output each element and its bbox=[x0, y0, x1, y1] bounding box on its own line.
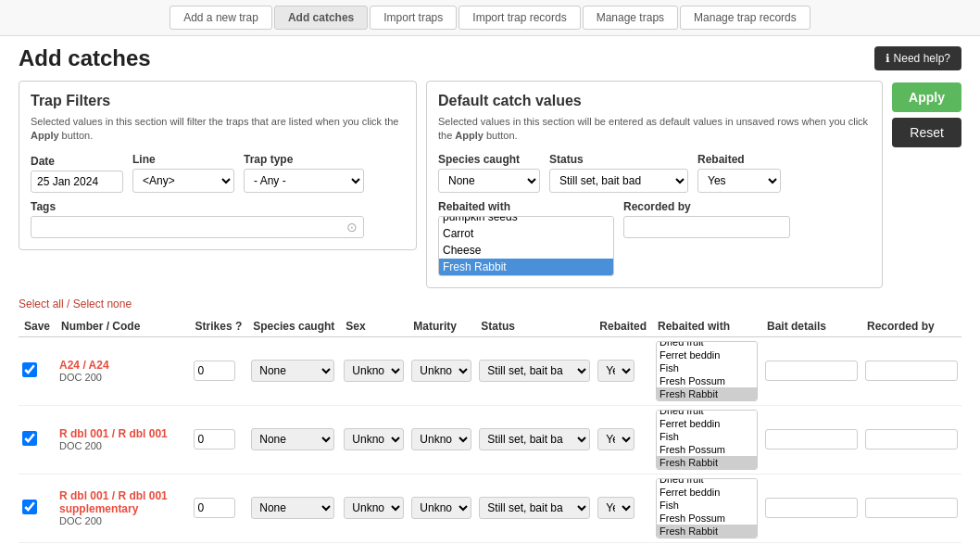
rebaited-with-row-option[interactable]: Fish bbox=[657, 499, 757, 512]
rebaited-with-row-option[interactable]: Fish bbox=[657, 430, 757, 443]
col-rebaited: Rebaited bbox=[594, 316, 652, 337]
rebaited-td-select[interactable]: Ye bbox=[597, 497, 634, 519]
tags-group: Tags ⊙ bbox=[31, 200, 405, 238]
rebaited-with-row-option[interactable]: Ferret beddin bbox=[657, 348, 757, 361]
species-caught-select[interactable]: None bbox=[438, 169, 540, 193]
trap-filters-panel: Trap Filters Selected values in this sec… bbox=[19, 81, 417, 250]
status-select[interactable]: Still set, bait ba bbox=[479, 360, 590, 382]
status-group: Status Still set, bait bad bbox=[549, 153, 688, 193]
apply-button[interactable]: Apply bbox=[892, 82, 961, 112]
rebaited-with-row-option[interactable]: Fresh Possum bbox=[657, 443, 757, 456]
rebaited-with-row-option[interactable]: Ferret beddin bbox=[657, 486, 757, 499]
sex-select[interactable]: Unknov bbox=[344, 360, 404, 382]
recorded-by-input[interactable] bbox=[623, 216, 790, 238]
date-label: Date bbox=[31, 155, 123, 168]
rebaited-with-row-option[interactable]: Fresh Possum bbox=[657, 512, 757, 525]
nav-item[interactable]: Import traps bbox=[370, 6, 457, 30]
nav-item[interactable]: Manage trap records bbox=[680, 6, 810, 30]
col-status: Status bbox=[475, 316, 594, 337]
need-help-label: Need help? bbox=[894, 52, 950, 65]
maturity-select[interactable]: Unknov bbox=[411, 360, 471, 382]
col-recorded-by: Recorded by bbox=[861, 316, 961, 337]
tags-input[interactable] bbox=[37, 221, 346, 234]
date-input[interactable] bbox=[31, 171, 123, 193]
col-save: Save bbox=[19, 316, 56, 337]
status-select[interactable]: Still set, bait ba bbox=[479, 497, 590, 519]
trap-sub: DOC 200 bbox=[59, 440, 186, 451]
maturity-select[interactable]: Unknov bbox=[411, 428, 471, 450]
filters-actions-row: Trap Filters Selected values in this sec… bbox=[19, 81, 961, 297]
line-select[interactable]: <Any> bbox=[132, 169, 234, 193]
strikes-input[interactable] bbox=[194, 429, 235, 449]
need-help-button[interactable]: ℹ Need help? bbox=[874, 46, 961, 70]
select-all-link[interactable]: Select all bbox=[19, 297, 64, 310]
nav-item[interactable]: Import trap records bbox=[459, 6, 580, 30]
rebaited-select[interactable]: Yes bbox=[697, 169, 781, 193]
rebaited-with-row-option[interactable]: Fresh Possum bbox=[657, 374, 757, 387]
top-navigation: Add a new trapAdd catchesImport trapsImp… bbox=[0, 0, 980, 36]
maturity-select[interactable]: Unknov bbox=[411, 497, 471, 519]
rebaited-with-row-option[interactable]: Fish bbox=[657, 361, 757, 374]
rebaited-with-row-option[interactable]: Dried fruit bbox=[657, 478, 757, 486]
status-label: Status bbox=[549, 153, 688, 166]
rebaited-with-listbox-row[interactable]: Dried fruitFerret beddinFishFresh Possum… bbox=[656, 478, 758, 538]
recorded-by-input[interactable] bbox=[865, 429, 958, 449]
recorded-by-input[interactable] bbox=[865, 498, 958, 518]
rebaited-with-row-option[interactable]: Dried fruit bbox=[657, 410, 757, 417]
table-row: R dbl 001 / R dbl 001 supplementaryDOC 2… bbox=[19, 474, 961, 542]
nav-item[interactable]: Add a new trap bbox=[170, 6, 272, 30]
sex-select[interactable]: Unknov bbox=[344, 428, 404, 450]
rebaited-with-listbox-row[interactable]: Dried fruitFerret beddinFishFresh Possum… bbox=[656, 410, 758, 470]
bait-details-input[interactable] bbox=[765, 429, 858, 449]
rebaited-td-select[interactable]: Ye bbox=[597, 360, 634, 382]
select-links-separator: / bbox=[67, 297, 73, 310]
rebaited-with-option[interactable]: Fresh Rabbit bbox=[439, 259, 613, 275]
sex-select[interactable]: Unknov bbox=[344, 497, 404, 519]
save-checkbox[interactable] bbox=[22, 500, 37, 514]
select-none-link[interactable]: Select none bbox=[73, 297, 132, 310]
bait-details-input[interactable] bbox=[765, 498, 858, 518]
rebaited-with-row-option[interactable]: Fresh Rabbit bbox=[657, 525, 757, 538]
col-bait-details: Bait details bbox=[761, 316, 861, 337]
trap-code-cell: R dbl 001 / R dbl 001DOC 200 bbox=[56, 405, 190, 474]
tags-input-wrap: ⊙ bbox=[31, 216, 364, 238]
catches-table: Save Number / Code Strikes ? Species cau… bbox=[19, 316, 961, 543]
default-catch-fields-row2: Rebaited with pumpkin seedsCarrotCheeseF… bbox=[438, 200, 871, 276]
rebaited-group: Rebaited Yes bbox=[697, 153, 781, 193]
save-checkbox[interactable] bbox=[22, 431, 37, 446]
rebaited-with-label: Rebaited with bbox=[438, 200, 614, 213]
bait-details-input[interactable] bbox=[765, 361, 858, 381]
rebaited-with-option[interactable]: Cheese bbox=[439, 242, 613, 259]
rebaited-td-select[interactable]: Ye bbox=[597, 428, 634, 450]
table-header: Save Number / Code Strikes ? Species cau… bbox=[19, 316, 961, 337]
rebaited-with-listbox[interactable]: pumpkin seedsCarrotCheeseFresh Rabbit bbox=[438, 216, 614, 276]
strikes-input[interactable] bbox=[194, 498, 235, 518]
nav-item[interactable]: Manage traps bbox=[583, 6, 678, 30]
rebaited-with-row-option[interactable]: Fresh Rabbit bbox=[657, 387, 757, 400]
species-select[interactable]: None bbox=[251, 360, 334, 382]
help-icon: ℹ bbox=[886, 52, 890, 65]
rebaited-with-option[interactable]: Carrot bbox=[439, 225, 613, 242]
default-catch-title: Default catch values bbox=[438, 93, 871, 109]
rebaited-with-row-option[interactable]: Fresh Rabbit bbox=[657, 456, 757, 469]
action-buttons: Apply Reset bbox=[892, 81, 961, 147]
save-checkbox[interactable] bbox=[22, 362, 37, 377]
trap-id: A24 / A24 bbox=[59, 359, 109, 372]
nav-item[interactable]: Add catches bbox=[274, 6, 368, 30]
tags-label: Tags bbox=[31, 200, 405, 213]
rebaited-with-group: Rebaited with pumpkin seedsCarrotCheeseF… bbox=[438, 200, 614, 276]
species-select[interactable]: None bbox=[251, 497, 334, 519]
rebaited-with-option[interactable]: pumpkin seeds bbox=[439, 216, 613, 225]
reset-button[interactable]: Reset bbox=[892, 118, 961, 147]
species-select[interactable]: None bbox=[251, 428, 334, 450]
status-select[interactable]: Still set, bait bad bbox=[549, 169, 688, 193]
search-icon: ⊙ bbox=[346, 220, 358, 234]
trap-type-select[interactable]: - Any - bbox=[244, 169, 364, 193]
strikes-input[interactable] bbox=[194, 361, 235, 381]
recorded-by-input[interactable] bbox=[865, 361, 958, 381]
status-select[interactable]: Still set, bait ba bbox=[479, 428, 590, 450]
rebaited-with-row-option[interactable]: Ferret beddin bbox=[657, 417, 757, 430]
rebaited-with-listbox-row[interactable]: Dried fruitFerret beddinFishFresh Possum… bbox=[656, 341, 758, 401]
trap-sub: DOC 200 bbox=[59, 515, 186, 526]
rebaited-with-row-option[interactable]: Dried fruit bbox=[657, 341, 757, 348]
